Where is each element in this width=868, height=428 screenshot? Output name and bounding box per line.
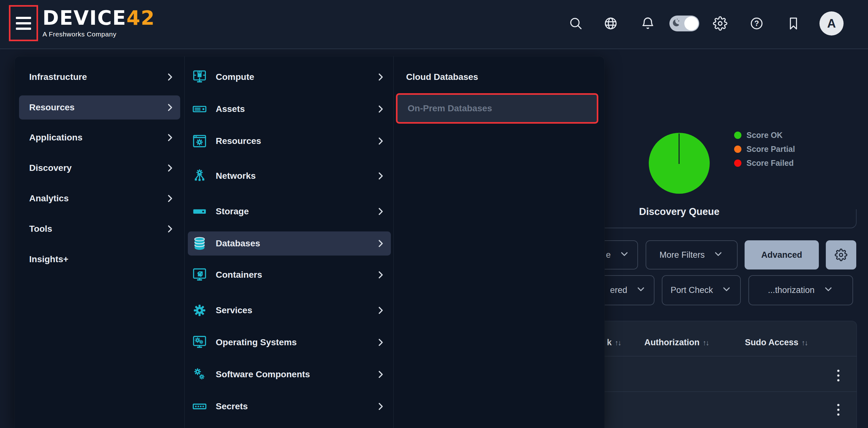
- legend-item: Score Failed: [734, 156, 795, 170]
- chevron-down-icon: [823, 284, 834, 297]
- menu-item-assets[interactable]: Assets: [188, 97, 391, 121]
- mega-menu: InfrastructureResourcesApplicationsDisco…: [14, 57, 604, 428]
- pie-slice-divider: [679, 133, 680, 164]
- chevron-right-icon: [375, 369, 386, 380]
- menu-item-software-components[interactable]: Software Components: [188, 362, 391, 387]
- column-header-authorization[interactable]: Authorization↑↓: [644, 338, 709, 348]
- menu-item-secrets[interactable]: Secrets: [188, 394, 391, 419]
- menu-item-storage[interactable]: Storage: [188, 199, 391, 224]
- dropdown-label: More Filters: [659, 250, 705, 260]
- chevron-right-icon: [375, 206, 386, 217]
- hamburger-menu[interactable]: [9, 5, 38, 41]
- sort-arrows-icon[interactable]: ↑↓: [615, 339, 621, 347]
- menu-divider: [393, 57, 394, 428]
- dropdown-label: e: [606, 250, 611, 260]
- chevron-down-icon: [619, 249, 630, 262]
- compute-icon: [192, 69, 208, 85]
- dropdown-label: Port Check: [671, 285, 713, 295]
- hamburger-icon: [16, 17, 31, 19]
- chevron-right-icon: [164, 163, 175, 173]
- services-icon: [192, 302, 208, 318]
- search-icon[interactable]: [568, 16, 583, 31]
- legend-item: Score OK: [734, 128, 795, 142]
- software-components-icon: [192, 366, 208, 382]
- assets-icon: [192, 101, 208, 117]
- menu-item-databases[interactable]: Databases: [188, 231, 391, 256]
- chevron-right-icon: [375, 337, 386, 348]
- menu-item-compute[interactable]: Compute: [188, 65, 391, 89]
- sidebar-item-discovery[interactable]: Discovery: [19, 156, 180, 180]
- chevron-down-icon: [721, 284, 732, 297]
- menu-item-cloud-databases[interactable]: Cloud Databases: [396, 65, 598, 89]
- chevron-right-icon: [164, 72, 175, 83]
- menu-item-networks[interactable]: Networks: [188, 164, 391, 188]
- sort-arrows-icon[interactable]: ↑↓: [703, 339, 709, 347]
- chart-title: Discovery Queue: [616, 206, 743, 218]
- theme-toggle[interactable]: [670, 15, 699, 31]
- chevron-right-icon: [164, 193, 175, 204]
- toggle-knob: [684, 17, 698, 30]
- logo-text: DEVICE42: [42, 8, 155, 28]
- chevron-down-icon: [713, 249, 724, 262]
- app-logo[interactable]: DEVICE42 A Freshworks Company: [42, 8, 155, 38]
- globe-icon[interactable]: [603, 16, 618, 31]
- menu-item-resources[interactable]: Resources: [188, 129, 391, 153]
- avatar[interactable]: A: [819, 11, 844, 35]
- logo-subtitle: A Freshworks Company: [42, 30, 155, 38]
- kebab-icon[interactable]: [832, 366, 844, 384]
- chevron-right-icon: [375, 238, 386, 249]
- column-header-k[interactable]: k↑↓: [607, 338, 621, 348]
- menu-item-services[interactable]: Services: [188, 298, 391, 322]
- legend-dot: [734, 145, 741, 153]
- gear-icon[interactable]: [826, 240, 856, 269]
- databases-icon: [192, 236, 208, 252]
- legend-label: Score Failed: [746, 159, 794, 168]
- chevron-right-icon: [375, 171, 386, 182]
- menu-divider: [184, 57, 185, 428]
- legend-dot: [734, 160, 741, 167]
- legend-item: Score Partial: [734, 142, 795, 156]
- sidebar-item-tools[interactable]: Tools: [19, 217, 180, 241]
- top-navbar: DEVICE42 A Freshworks Company ? A: [0, 0, 868, 49]
- advanced-button[interactable]: Advanced: [745, 240, 819, 269]
- chevron-right-icon: [375, 136, 386, 146]
- bell-icon[interactable]: [641, 16, 655, 31]
- chevron-right-icon: [375, 104, 386, 114]
- operating-systems-icon: [192, 334, 208, 350]
- chevron-right-icon: [375, 72, 386, 83]
- column-header-sudo-access[interactable]: Sudo Access↑↓: [745, 338, 808, 348]
- storage-icon: [192, 203, 208, 220]
- containers-icon: [192, 267, 208, 283]
- menu-item-on-prem-databases[interactable]: On-Prem Databases: [396, 93, 598, 124]
- secrets-icon: [192, 398, 208, 415]
- filter-dropdown[interactable]: More Filters: [646, 240, 738, 269]
- menu-item-operating-systems[interactable]: Operating Systems: [188, 330, 391, 355]
- help-icon[interactable]: ?: [749, 16, 764, 31]
- settings-icon[interactable]: [713, 16, 727, 31]
- chevron-right-icon: [164, 102, 175, 113]
- chevron-right-icon: [375, 269, 386, 280]
- chevron-right-icon: [375, 401, 386, 412]
- sidebar-item-infrastructure[interactable]: Infrastructure: [19, 65, 180, 89]
- chevron-right-icon: [164, 132, 175, 143]
- chevron-right-icon: [375, 305, 386, 316]
- sidebar-item-applications[interactable]: Applications: [19, 126, 180, 150]
- dropdown-label: ...thorization: [768, 285, 814, 295]
- sidebar-item-resources[interactable]: Resources: [19, 95, 180, 120]
- chevron-down-icon: [636, 284, 646, 297]
- kebab-icon[interactable]: [832, 401, 844, 419]
- sidebar-item-analytics[interactable]: Analytics: [19, 187, 180, 210]
- dropdown-label: ered: [610, 285, 627, 295]
- filter-dropdown[interactable]: ...thorization: [748, 275, 853, 305]
- legend-dot: [734, 132, 741, 139]
- chevron-right-icon: [164, 224, 175, 234]
- filter-dropdown[interactable]: Port Check: [662, 275, 741, 305]
- legend-label: Score Partial: [746, 144, 795, 154]
- sort-arrows-icon[interactable]: ↑↓: [802, 339, 808, 347]
- menu-item-containers[interactable]: Containers: [188, 263, 391, 287]
- pie-legend: Score OKScore PartialScore Failed: [734, 128, 795, 170]
- sidebar-item-insights-[interactable]: Insights+: [19, 247, 180, 271]
- legend-label: Score OK: [746, 131, 783, 140]
- resources-icon: [192, 133, 208, 149]
- bookmark-icon[interactable]: [786, 16, 801, 31]
